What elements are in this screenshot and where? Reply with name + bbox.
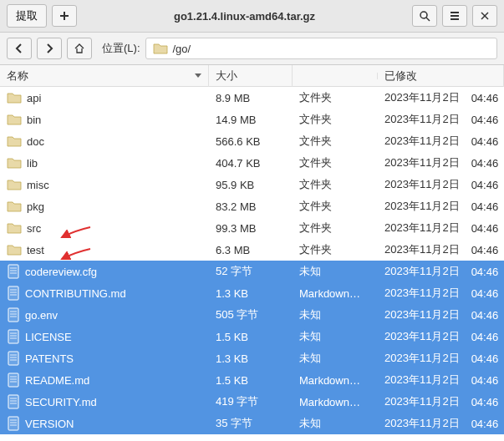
column-header-name[interactable]: 名称 [0, 65, 209, 87]
column-header-type[interactable] [293, 73, 378, 79]
column-header-row: 名称 大小 已修改 [0, 65, 504, 87]
table-row[interactable]: CONTRIBUTING.md1.3 KBMarkdown…2023年11月2日… [0, 282, 504, 304]
file-name: src [27, 222, 41, 235]
file-size: 1.3 KB [209, 287, 293, 300]
file-name: SECURITY.md [25, 396, 97, 408]
file-name: go.env [25, 309, 58, 322]
file-date: 2023年11月2日 [384, 134, 460, 149]
table-row[interactable]: misc95.9 KB文件夹2023年11月2日04:46 [0, 174, 504, 195]
column-name-label: 名称 [7, 68, 28, 84]
file-list: api8.9 MB文件夹2023年11月2日04:46bin14.9 MB文件夹… [0, 87, 504, 434]
forward-button[interactable] [37, 38, 62, 59]
file-icon [7, 394, 20, 409]
svg-rect-7 [8, 265, 18, 278]
file-name: test [27, 244, 44, 256]
search-button[interactable] [412, 5, 437, 27]
table-row[interactable]: SECURITY.md419 字节Markdown…2023年11月2日04:4… [0, 391, 504, 413]
file-date: 2023年11月2日 [384, 329, 460, 344]
table-row[interactable]: test6.3 MB文件夹2023年11月2日04:46 [0, 239, 504, 261]
file-name: LICENSE [25, 331, 72, 343]
menu-button[interactable] [442, 5, 467, 27]
file-icon [7, 416, 20, 431]
close-button[interactable] [472, 5, 497, 27]
file-icon [7, 373, 20, 388]
file-size: 14.9 MB [209, 114, 293, 126]
table-row[interactable]: LICENSE1.5 KB未知2023年11月2日04:46 [0, 326, 504, 347]
arrow-right-icon [43, 43, 55, 54]
file-size: 1.3 KB [209, 352, 293, 365]
file-size: 404.7 KB [209, 157, 293, 170]
file-date: 2023年11月2日 [384, 199, 460, 214]
file-type: 未知 [293, 416, 378, 431]
file-time: 04:46 [471, 222, 499, 235]
file-time: 04:46 [471, 287, 499, 300]
file-size: 52 字节 [209, 264, 293, 279]
hamburger-icon [449, 10, 461, 22]
table-row[interactable]: PATENTS1.3 KB未知2023年11月2日04:46 [0, 347, 504, 369]
folder-icon [7, 134, 22, 148]
table-row[interactable]: codereview.cfg52 字节未知2023年11月2日04:46 [0, 261, 504, 282]
file-type: Markdown… [293, 287, 378, 300]
file-size: 8.9 MB [209, 92, 293, 104]
location-label: 位置(L): [102, 41, 140, 56]
file-type: 未知 [293, 307, 378, 322]
table-row[interactable]: go.env505 字节未知2023年11月2日04:46 [0, 304, 504, 326]
file-type: Markdown… [293, 374, 378, 387]
table-row[interactable]: bin14.9 MB文件夹2023年11月2日04:46 [0, 109, 504, 130]
file-time: 04:46 [471, 266, 499, 278]
home-icon [74, 43, 85, 54]
file-date: 2023年11月2日 [384, 307, 460, 322]
file-type: 未知 [293, 351, 378, 366]
table-row[interactable]: doc566.6 KB文件夹2023年11月2日04:46 [0, 130, 504, 152]
path-input[interactable]: /go/ [145, 38, 498, 59]
file-type: 未知 [293, 264, 378, 279]
window-title: go1.21.4.linux-amd64.tar.gz [82, 10, 407, 23]
file-time: 04:46 [471, 135, 499, 148]
file-time: 04:46 [471, 244, 499, 256]
table-row[interactable]: src99.3 MB文件夹2023年11月2日04:46 [0, 217, 504, 239]
navigation-bar: 位置(L): /go/ [0, 33, 504, 65]
column-header-modified[interactable]: 已修改 [378, 65, 504, 87]
file-name: bin [27, 114, 41, 126]
folder-icon [7, 156, 22, 170]
file-time: 04:46 [471, 157, 499, 170]
column-header-size[interactable]: 大小 [209, 65, 293, 87]
file-size: 6.3 MB [209, 244, 293, 256]
file-time: 04:46 [471, 374, 499, 387]
folder-icon [7, 243, 22, 256]
table-row[interactable]: lib404.7 KB文件夹2023年11月2日04:46 [0, 152, 504, 174]
file-name: VERSION [25, 418, 74, 430]
file-date: 2023年11月2日 [384, 177, 460, 192]
file-date: 2023年11月2日 [384, 264, 460, 279]
file-icon [7, 351, 20, 366]
add-button[interactable] [52, 5, 77, 27]
close-icon [479, 10, 491, 22]
table-row[interactable]: pkg83.2 MB文件夹2023年11月2日04:46 [0, 195, 504, 217]
file-name: misc [27, 179, 49, 191]
table-row[interactable]: README.md1.5 KBMarkdown…2023年11月2日04:46 [0, 369, 504, 391]
file-date: 2023年11月2日 [384, 394, 460, 409]
back-button[interactable] [7, 38, 32, 59]
file-date: 2023年11月2日 [384, 155, 460, 170]
file-time: 04:46 [471, 309, 499, 322]
file-type: Markdown… [293, 396, 378, 408]
extract-button[interactable]: 提取 [7, 4, 47, 28]
file-size: 505 字节 [209, 307, 293, 322]
svg-rect-15 [8, 308, 18, 322]
file-size: 83.2 MB [209, 200, 293, 213]
file-name: api [27, 92, 41, 104]
window-title-bar: 提取 go1.21.4.linux-amd64.tar.gz [0, 0, 504, 33]
file-time: 04:46 [471, 114, 499, 126]
home-button[interactable] [67, 38, 92, 59]
file-time: 04:46 [471, 418, 499, 430]
file-name: codereview.cfg [25, 266, 97, 278]
folder-icon [7, 113, 22, 126]
file-size: 419 字节 [209, 394, 293, 409]
file-name: PATENTS [25, 352, 74, 365]
file-type: 文件夹 [293, 177, 378, 192]
table-row[interactable]: VERSION35 字节未知2023年11月2日04:46 [0, 413, 504, 434]
search-icon [419, 10, 430, 22]
file-size: 566.6 KB [209, 135, 293, 148]
table-row[interactable]: api8.9 MB文件夹2023年11月2日04:46 [0, 87, 504, 109]
folder-icon [7, 91, 22, 104]
